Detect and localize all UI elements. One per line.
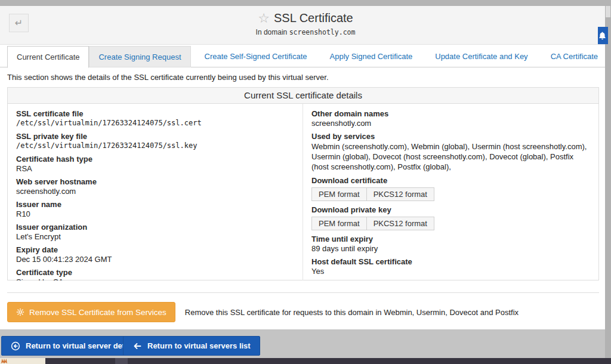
field-value: /etc/ssl/virtualmin/17263324124075/ssl.k… [16, 141, 294, 150]
field-label: Download certificate [311, 176, 590, 185]
download-certificate-buttons: PEM format PKCS12 format [311, 187, 434, 201]
notification-bell-button[interactable] [598, 27, 608, 44]
return-to-virtual-servers-list-button[interactable]: Return to virtual servers list [123, 336, 260, 356]
back-button[interactable]: ↵ [9, 14, 29, 32]
remove-description: Remove this SSL certificate for requests… [185, 308, 519, 317]
field-ssl-certificate-file: SSL certificate file /etc/ssl/virtualmin… [16, 109, 294, 128]
field-expiry-date: Expiry date Dec 15 00:41:23 2024 GMT [16, 245, 294, 264]
tab-update-certificate-and-key[interactable]: Update Certificate and Key [426, 46, 536, 67]
field-label: Web server hostname [16, 177, 294, 186]
download-cert-pem-button[interactable]: PEM format [311, 187, 367, 201]
footer-button-label: Return to virtual servers list [147, 341, 251, 350]
field-issuer-organization: Issuer organization Let's Encrypt [16, 223, 294, 241]
download-key-pem-button[interactable]: PEM format [311, 217, 367, 230]
field-value: Let's Encrypt [16, 232, 294, 241]
remove-ssl-certificate-button[interactable]: Remove SSL Certificate from Services [7, 302, 175, 322]
footer-bar: Return to virtual server details Return … [0, 329, 611, 358]
field-web-server-hostname: Web server hostname screenshotly.com [16, 177, 294, 196]
field-label: SSL private key file [16, 132, 294, 141]
back-arrow-icon: ↵ [15, 17, 23, 29]
tab-create-self-signed-certificate[interactable]: Create Self-Signed Certificate [196, 46, 316, 67]
field-label: Issuer name [16, 200, 294, 209]
details-right-column: Other domain names screenshotly.com Used… [303, 104, 598, 280]
tab-current-certificate[interactable]: Current Certificate [7, 46, 89, 68]
field-value: 89 days until expiry [311, 244, 590, 253]
taskbar-active-segment[interactable] [115, 358, 128, 364]
field-value: R10 [16, 209, 294, 218]
field-used-by-services: Used by services Webmin (screenshotly.co… [311, 132, 590, 172]
tab-bar: Current Certificate Create Signing Reque… [7, 46, 611, 67]
field-label: Certificate type [16, 268, 294, 277]
page-subtitle: In domain screenshotly.com [0, 28, 611, 36]
window-top-strip [0, 0, 611, 6]
scrollbar-thumb[interactable] [606, 6, 610, 17]
field-value: Dec 15 00:41:23 2024 GMT [16, 255, 294, 264]
field-label: Download private key [311, 205, 590, 214]
field-value: Signed by CA [16, 277, 294, 280]
app-icon[interactable] [1, 358, 7, 364]
field-label: Certificate hash type [16, 155, 294, 164]
tab-create-signing-request[interactable]: Create Signing Request [89, 46, 190, 67]
title-wrap: ☆ SSL Certificate In domain screenshotly… [0, 6, 611, 36]
field-host-default-ssl-certificate: Host default SSL certificate Yes [311, 257, 590, 276]
field-other-domain-names: Other domain names screenshotly.com [311, 109, 590, 128]
page-title-text: SSL Certificate [274, 11, 353, 25]
field-value: RSA [16, 164, 294, 173]
remove-certificate-row: Remove SSL Certificate from Services Rem… [7, 302, 519, 322]
field-label: Host default SSL certificate [311, 257, 590, 266]
field-value: /etc/ssl/virtualmin/17263324124075/ssl.c… [16, 119, 294, 128]
taskbar-left-segment [0, 358, 45, 364]
field-issuer-name: Issuer name R10 [16, 200, 294, 218]
page-header: ↵ ☆ SSL Certificate In domain screenshot… [0, 6, 611, 45]
star-icon[interactable]: ☆ [258, 12, 270, 25]
download-cert-pkcs12-button[interactable]: PKCS12 format [366, 187, 434, 201]
field-download-private-key: Download private key PEM format PKCS12 f… [311, 205, 590, 230]
panel-title: Current SSL certificate details [8, 88, 598, 104]
download-key-buttons: PEM format PKCS12 format [311, 217, 434, 230]
footer-button-label: Return to virtual server details [26, 341, 138, 350]
field-label: Expiry date [16, 245, 294, 254]
section-divider [7, 292, 599, 293]
domain-name: screenshotly.com [289, 28, 356, 36]
field-certificate-hash-type: Certificate hash type RSA [16, 155, 294, 173]
field-value: screenshotly.com [16, 187, 294, 196]
field-value: Yes [311, 267, 590, 276]
tab-apply-signed-certificate[interactable]: Apply Signed Certificate [321, 46, 422, 67]
arrow-left-circle-icon [11, 341, 20, 351]
tab-ca-certificate[interactable]: CA Certificate [542, 46, 607, 67]
field-value: screenshotly.com [311, 119, 590, 128]
field-label: Used by services [311, 132, 590, 141]
taskbar-strip [0, 358, 611, 364]
panel-body: SSL certificate file /etc/ssl/virtualmin… [8, 104, 598, 280]
gear-icon [16, 308, 24, 316]
subtitle-prefix: In domain [256, 28, 289, 36]
field-value: Webmin (screenshotly.com), Webmin (globa… [311, 141, 590, 172]
vertical-scrollbar[interactable] [605, 6, 611, 358]
field-certificate-type: Certificate type Signed by CA [16, 268, 294, 280]
arrow-left-icon [132, 341, 142, 351]
field-label: Issuer organization [16, 223, 294, 232]
field-download-certificate: Download certificate PEM format PKCS12 f… [311, 176, 590, 201]
download-key-pkcs12-button[interactable]: PKCS12 format [366, 217, 434, 230]
field-time-until-expiry: Time until expiry 89 days until expiry [311, 235, 590, 253]
certificate-details-panel: Current SSL certificate details SSL cert… [7, 87, 599, 280]
field-label: Time until expiry [311, 235, 590, 243]
page-title: ☆ SSL Certificate [258, 11, 353, 25]
field-label: Other domain names [311, 109, 590, 118]
field-ssl-private-key-file: SSL private key file /etc/ssl/virtualmin… [16, 132, 294, 150]
field-label: SSL certificate file [16, 109, 294, 118]
bell-icon [598, 31, 607, 40]
section-description: This section shows the details of the SS… [7, 73, 329, 82]
details-left-column: SSL certificate file /etc/ssl/virtualmin… [8, 104, 303, 280]
remove-button-label: Remove SSL Certificate from Services [29, 308, 166, 317]
